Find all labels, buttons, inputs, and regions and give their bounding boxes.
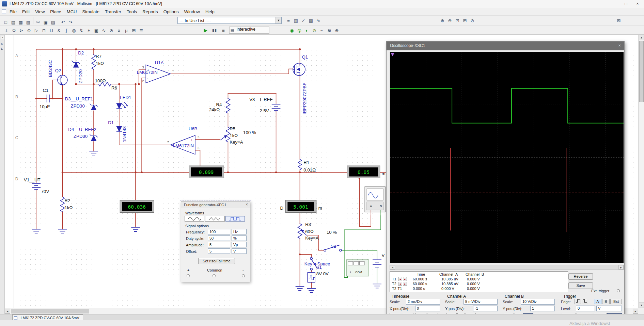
t1-right-icon[interactable]: ▸ [403,277,407,281]
oscilloscope-window[interactable]: Oscilloscope-XSC1 × [386,41,625,320]
paste-icon[interactable]: ▨ [49,19,57,26]
zoom-out-icon[interactable]: ⊖ [446,17,454,24]
mdi-child-icon[interactable] [2,10,6,14]
redo-icon[interactable]: ↷ [67,19,74,26]
in-use-list-combo[interactable]: --- In-Use List ---- ▼ [177,17,282,24]
vscroll-thumb[interactable] [639,41,644,102]
diode-d1[interactable] [117,126,122,131]
resistor-r7[interactable] [92,54,96,69]
zener-d2[interactable] [72,61,80,67]
square-wave-button[interactable] [225,216,245,222]
amplitude-input[interactable]: 5 [208,242,230,247]
trigger-level-input[interactable]: 0 [576,306,595,311]
place-ttl-icon[interactable]: ⊓ [40,27,48,34]
fgen-close-icon[interactable]: × [246,202,248,207]
place-mcu-icon[interactable]: µ [123,27,130,34]
battery-v[interactable] [373,260,381,267]
menu-options[interactable]: Options [161,8,182,15]
menu-file[interactable]: File [7,8,19,15]
place-rf-icon[interactable]: ∿ [100,27,108,34]
zoom-area-icon[interactable]: ⊙ [469,17,476,24]
channel-b-scale-input[interactable]: 10 V/Div [521,299,555,305]
t2-left-icon[interactable]: ◂ [398,282,402,286]
ext-trigger-terminal[interactable] [617,289,620,292]
mosfet-q1[interactable] [293,63,305,76]
menu-help[interactable]: Help [203,8,217,15]
probe-digital-icon[interactable]: ⊚ [311,27,318,34]
probe-power-icon[interactable]: ◐ [303,27,311,34]
potentiometer-r5[interactable] [221,127,230,142]
menu-window[interactable]: Window [182,8,203,15]
place-diode-icon[interactable]: ⊳ [18,27,25,34]
frequency-unit[interactable]: Hz [232,229,247,234]
place-source-icon[interactable]: ⊥ [3,27,10,34]
trigger-level-unit[interactable]: V [596,306,622,311]
hscroll-thumb[interactable] [11,309,89,313]
zener-d4[interactable] [90,135,97,141]
falling-edge-button[interactable] [582,299,588,304]
place-connector-icon[interactable]: ¤ [115,27,123,34]
timebase-xpos-input[interactable]: 0 [415,306,440,311]
place-bus-icon[interactable]: ≣ [138,27,145,34]
oscilloscope-mini-icon[interactable]: A B [365,187,385,216]
fgen-common-terminal[interactable] [213,274,216,277]
wizard-icon[interactable]: ≡ [285,17,292,24]
scroll-up-icon[interactable]: ▴ [639,35,644,40]
place-transistor-icon[interactable]: ⊙ [25,27,33,34]
open-folder-icon[interactable]: ▤ [10,19,17,26]
zener-d3[interactable] [90,104,97,110]
offset-input[interactable]: 5 [208,248,230,254]
channel-b-ypos-input[interactable]: 1 [530,306,555,311]
place-analog-icon[interactable]: ▷ [33,27,40,34]
pause-simulation-icon[interactable]: ▮▮ [211,27,218,34]
trigger-source-a-button[interactable]: A [594,299,601,304]
close-icon[interactable]: × [632,0,643,7]
interactive-mode-box[interactable]: ▤ Interactive [229,27,269,34]
duty-cycle-unit[interactable]: % [232,235,247,241]
run-simulation-icon[interactable]: ▶ [202,27,209,34]
design-toolbox-close-icon[interactable]: × [1,36,4,39]
zoom-selection-icon[interactable]: ⊡ [454,17,461,24]
print-icon[interactable]: ▧ [25,19,32,26]
cursor-scroll-right-icon[interactable]: ▸ [618,265,624,270]
sine-wave-button[interactable] [185,216,204,222]
channel-a-scale-input[interactable]: 5 mV/Div [464,299,498,305]
scroll-right-icon[interactable]: ▸ [633,309,638,314]
place-electromech-icon[interactable]: ⊗ [108,27,115,34]
place-power-icon[interactable]: ↯ [78,27,85,34]
breadboard-icon[interactable]: ▩ [307,17,315,24]
pulse-source-v4[interactable] [308,273,315,282]
place-cmos-icon[interactable]: ⊔ [48,27,55,34]
menu-tools[interactable]: Tools [124,8,140,15]
save-button[interactable]: Save [568,282,593,289]
save-icon[interactable]: ▦ [17,19,25,26]
sheet-tab[interactable]: LM6172 ZPD CV-CC 60V 10A 5mV [12,314,83,320]
reverse-button[interactable]: Reverse [568,273,593,280]
amplitude-unit[interactable]: Vp [232,242,247,247]
place-indicator-icon[interactable]: ◍ [70,27,78,34]
new-file-icon[interactable]: □ [2,19,10,26]
capacitor-c1[interactable] [47,95,49,102]
place-misc-icon[interactable]: ∗ [85,27,93,34]
cursor-scroll-left-icon[interactable]: ◂ [390,265,395,270]
meter-5001[interactable]: 5.001 [285,200,316,212]
menu-reports[interactable]: Reports [140,8,161,15]
set-rise-fall-button[interactable]: Set rise/Fall time [198,258,235,264]
duty-cycle-input[interactable]: 50 [208,235,230,241]
frequency-input[interactable]: 100 [208,229,230,234]
database-icon[interactable]: ▥ [292,17,300,24]
fgen-titlebar[interactable]: Function generator-XFG1 × [181,201,250,208]
scope-close-icon[interactable]: × [618,43,621,48]
analysis-icon[interactable]: ≋ [326,27,333,34]
transistor-q2[interactable] [58,75,67,85]
place-peripherals-icon[interactable]: ▣ [93,27,100,34]
resistor-r2[interactable] [60,197,64,212]
timebase-scale-input[interactable]: 2 ms/Div [406,299,440,305]
function-generator-dialog[interactable]: Function generator-XFG1 × Waveforms Sign… [181,201,250,282]
canvas-vscrollbar[interactable]: ▴ ▾ [638,35,644,308]
minimize-icon[interactable]: ─ [609,0,620,7]
place-misc-digital-icon[interactable]: & [55,27,63,34]
channel-a-ypos-input[interactable]: -1 [473,306,498,311]
trigger-source-ext-button[interactable]: Ext [610,299,622,304]
menu-place[interactable]: Place [47,8,64,15]
